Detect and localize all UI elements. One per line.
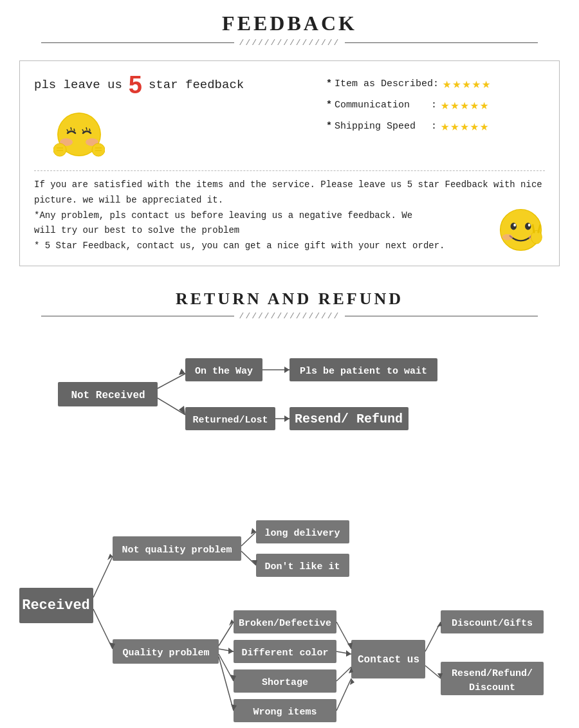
feedback-box: pls leave us 5 star feedback bbox=[19, 60, 560, 266]
rating-label-1: Item as Described bbox=[335, 78, 433, 89]
feedback-text-5: * 5 Star Feedback, contact us, you can g… bbox=[34, 239, 545, 254]
svg-text:Wrong items: Wrong items bbox=[253, 707, 317, 718]
refund-zigzag: //////////////// bbox=[239, 311, 340, 321]
svg-text:Discount: Discount bbox=[469, 682, 515, 693]
svg-line-86 bbox=[336, 678, 351, 711]
refund-title: RETURN AND REFUND bbox=[0, 289, 579, 309]
svg-text:Resend/ Refund: Resend/ Refund bbox=[295, 412, 403, 426]
svg-line-48 bbox=[93, 556, 113, 597]
feedback-text-1: If you are satisfied with the items and … bbox=[34, 177, 545, 193]
stars-1: ★★★★★ bbox=[443, 75, 492, 93]
svg-point-21 bbox=[502, 234, 513, 240]
svg-marker-33 bbox=[284, 367, 290, 373]
svg-text:Discount/Gifts: Discount/Gifts bbox=[452, 618, 533, 629]
rating-label-3: Shipping Speed bbox=[335, 121, 431, 132]
svg-marker-37 bbox=[179, 406, 185, 415]
feedback-top-row: pls leave us 5 star feedback bbox=[34, 73, 545, 161]
svg-line-76 bbox=[219, 657, 234, 711]
svg-text:Returned/Lost: Returned/Lost bbox=[192, 415, 268, 426]
invite-suffix: star feedback bbox=[149, 78, 244, 92]
invite-prefix: pls leave us bbox=[34, 78, 122, 92]
svg-line-24 bbox=[533, 225, 534, 232]
big-five: 5 bbox=[129, 73, 142, 97]
svg-marker-41 bbox=[284, 415, 290, 422]
svg-marker-73 bbox=[228, 648, 234, 654]
svg-line-6 bbox=[74, 129, 75, 131]
svg-line-8 bbox=[86, 127, 87, 130]
received-chart: Received Not quality problem long delive… bbox=[19, 475, 560, 728]
svg-text:Pls be patient to wait: Pls be patient to wait bbox=[300, 366, 427, 377]
svg-text:Received: Received bbox=[22, 597, 90, 614]
dashed-divider bbox=[34, 170, 545, 171]
svg-point-16 bbox=[501, 210, 542, 251]
smiley-sleeping bbox=[53, 110, 105, 161]
rating-label-2: Communication bbox=[335, 100, 431, 111]
svg-text:Shortage: Shortage bbox=[262, 677, 308, 688]
svg-marker-83 bbox=[346, 650, 351, 657]
svg-point-17 bbox=[511, 223, 517, 230]
svg-line-70 bbox=[219, 622, 234, 646]
feedback-text-2: picture. we will be appreciated it. bbox=[34, 193, 545, 208]
svg-text:On the Way: On the Way bbox=[195, 366, 253, 377]
svg-point-11 bbox=[92, 143, 105, 156]
svg-line-56 bbox=[241, 551, 256, 565]
svg-point-10 bbox=[53, 143, 66, 156]
stars-3: ★★★★★ bbox=[441, 118, 490, 135]
rating-shipping: * Shipping Speed : ★★★★★ bbox=[326, 118, 545, 135]
svg-text:Different color: Different color bbox=[241, 648, 328, 659]
feedback-invite-text: pls leave us 5 star feedback bbox=[34, 73, 244, 97]
feedback-left-col: pls leave us 5 star feedback bbox=[34, 73, 244, 161]
zigzag-decoration: //////////////// bbox=[239, 38, 340, 48]
svg-text:Not quality problem: Not quality problem bbox=[122, 545, 232, 556]
svg-point-23 bbox=[531, 230, 542, 244]
feedback-text-3: *Any problem, pls contact us before leav… bbox=[34, 208, 545, 224]
not-received-chart: Not Received On the Way Pls be patient t… bbox=[19, 347, 560, 450]
svg-line-74 bbox=[219, 654, 234, 681]
feedback-section: FEEDBACK //////////////// bbox=[0, 0, 579, 60]
flowchart-area: Not Received On the Way Pls be patient t… bbox=[0, 334, 579, 728]
refund-section: RETURN AND REFUND //////////////// bbox=[0, 278, 579, 334]
rating-communication: * Communication : ★★★★★ bbox=[326, 96, 545, 114]
svg-line-5 bbox=[71, 127, 71, 130]
svg-text:Quality problem: Quality problem bbox=[122, 648, 209, 659]
smiley-happy bbox=[497, 206, 545, 254]
svg-line-84 bbox=[336, 667, 351, 681]
svg-text:Contact us: Contact us bbox=[358, 654, 419, 666]
feedback-text-4: will try our best to solve the problem bbox=[34, 223, 545, 239]
not-received-svg: Not Received On the Way Pls be patient t… bbox=[19, 347, 560, 450]
rating-item-described: * Item as Described : ★★★★★ bbox=[326, 75, 545, 93]
svg-point-18 bbox=[525, 223, 531, 230]
received-svg: Received Not quality problem long delive… bbox=[19, 475, 560, 728]
svg-line-28 bbox=[158, 374, 185, 388]
feedback-title: FEEDBACK bbox=[0, 12, 579, 35]
svg-text:Resend/Refund/: Resend/Refund/ bbox=[452, 668, 533, 679]
feedback-ratings: * Item as Described : ★★★★★ * Communicat… bbox=[326, 75, 545, 135]
svg-text:Don't like it: Don't like it bbox=[264, 561, 340, 572]
svg-point-19 bbox=[513, 224, 516, 227]
svg-line-36 bbox=[158, 398, 185, 415]
refund-title-divider: //////////////// bbox=[0, 311, 579, 321]
svg-line-52 bbox=[241, 532, 256, 546]
feedback-body-text: If you are satisfied with the items and … bbox=[34, 177, 545, 254]
svg-text:Broken/Defective: Broken/Defective bbox=[239, 618, 331, 629]
svg-point-20 bbox=[528, 224, 531, 227]
svg-text:Not Received: Not Received bbox=[71, 390, 145, 401]
stars-2: ★★★★★ bbox=[441, 96, 490, 114]
svg-line-95 bbox=[425, 666, 441, 678]
title-divider: //////////////// bbox=[0, 38, 579, 48]
svg-line-9 bbox=[89, 129, 90, 131]
svg-marker-53 bbox=[251, 528, 256, 534]
svg-text:long delivery: long delivery bbox=[264, 528, 340, 539]
